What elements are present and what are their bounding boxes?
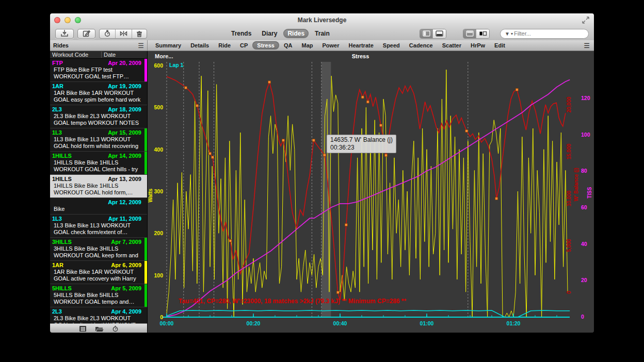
subtab-power[interactable]: Power [317,41,344,50]
calendar-icon[interactable] [79,325,87,332]
ride-list-item[interactable]: 1L3Apr 15, 20091L3 Bike Bike 1L3 WORKOUT… [50,128,147,152]
folder-icon[interactable] [95,325,104,332]
ride-description: 2L3 Bike Bike 2L3 WORKOUT GOAL tempo WOR… [52,113,145,126]
view-tab-trends[interactable]: Trends [227,29,255,38]
ride-list-item[interactable]: FTPApr 20, 2009FTP Bike Bike FTP test WO… [50,59,147,82]
ride-date: Apr 5, 2009 [111,285,145,292]
lowbar-layout-icon [436,30,443,37]
delete-ride-button[interactable] [132,29,147,38]
subtab-bar: Rides ☰ SummaryDetailsRideCPStressQAMapP… [50,40,594,51]
manual-entry-button[interactable] [77,29,95,39]
stopwatch-icon [104,30,111,37]
ride-list[interactable]: FTPApr 20, 2009FTP Bike Bike FTP test WO… [50,59,147,323]
filter-input[interactable] [514,30,571,37]
subtab-ride[interactable]: Ride [214,41,235,50]
svg-text:00:00: 00:00 [160,320,174,326]
stress-chart-svg[interactable]: 00:0000:2000:4001:0001:20010020030040050… [148,51,594,333]
ride-date: Apr 12, 2009 [108,199,145,206]
split-icon [120,30,127,37]
ride-description: 1AR Bike Bike 1AR WORKOUT GOAL active re… [52,269,145,282]
ride-list-item[interactable]: 2L3Apr 18, 20092L3 Bike Bike 2L3 WORKOUT… [50,105,147,128]
subtab-cadence[interactable]: Cadence [405,41,438,50]
svg-text:0: 0 [160,314,163,320]
tooltip-value: 14635.7 W' Balance (j) [330,136,393,144]
sidebar-header: Rides ☰ [50,40,148,51]
view-tab-train[interactable]: Train [311,29,334,38]
column-date[interactable]: Date [104,52,116,58]
title-bar[interactable]: Mark Liversedge [50,13,594,27]
compose-icon [83,30,90,37]
svg-text:300: 300 [154,188,163,194]
svg-text:20: 20 [581,277,587,283]
subtab-edit[interactable]: Edit [490,41,510,50]
subtab-map[interactable]: Map [297,41,317,50]
ride-color-bar [144,261,147,284]
ride-list-item[interactable]: 1HILLSApr 13, 20091HILLS Bike Bike 1HILL… [50,175,147,198]
filter-field[interactable]: ▼ ▾ [500,29,589,39]
subtab-speed[interactable]: Speed [378,41,405,50]
svg-text:500: 500 [154,104,163,110]
column-workout-code[interactable]: Workout Code [50,52,88,58]
svg-text:40: 40 [581,241,587,247]
ride-list-item[interactable]: 1HILLSApr 14, 20091HILLS Bike Bike 1HILL… [50,152,147,175]
ride-list-item[interactable]: 3HILLSApr 7, 20093HILLS Bike Bike 3HILLS… [50,238,147,261]
svg-text:W' Balance (j): W' Balance (j) [573,168,579,201]
svg-text:100: 100 [154,272,163,278]
sidebar-menu-icon[interactable]: ☰ [138,42,144,49]
ride-list-item[interactable]: 5HILLSApr 5, 20095HILLS Bike Bike 5HILLS… [50,284,147,307]
subtab-hrpw[interactable]: HrPw [466,41,490,50]
subtab-stress[interactable]: Stress [252,41,279,50]
tabbed-view-button[interactable] [476,29,489,38]
import-ride-button[interactable] [55,29,74,39]
split-ride-button[interactable] [116,29,132,38]
subtab-cp[interactable]: CP [235,41,252,50]
tiled-view-button[interactable] [463,29,476,38]
toggle-sidebar-button[interactable] [420,29,433,38]
svg-text:10,000: 10,000 [566,190,572,206]
ride-list-item[interactable]: 1ARApr 6, 20091AR Bike Bike 1AR WORKOUT … [50,261,147,284]
tooltip-time: 00:36:23 [330,144,393,152]
svg-text:01:20: 01:20 [507,320,521,326]
filter-dropdown-icon[interactable]: ▾ [511,31,512,36]
ride-list-item[interactable]: 2L3Apr 4, 20092L3 Bike Bike 2L3 WORKOUT … [50,307,147,323]
subtab-details[interactable]: Details [186,41,214,50]
ride-date: Apr 20, 2009 [108,59,145,67]
chart-subtabs: SummaryDetailsRideCPStressQAMapPowerHear… [148,41,584,50]
intervals-footer-icon[interactable] [112,325,119,332]
subtab-summary[interactable]: Summary [151,41,186,50]
svg-text:Watts: Watts [148,188,153,202]
ride-list-item[interactable]: 1L3Apr 11, 20091L3 Bike Bike 1L3 WORKOUT… [50,215,147,238]
svg-text:Lap 1: Lap 1 [169,62,184,68]
view-tab-diary[interactable]: Diary [257,29,281,38]
view-tab-rides[interactable]: Rides [283,29,309,38]
ride-color-bar [144,128,147,151]
toolbar: TrendsDiaryRidesTrain [50,27,594,40]
fullscreen-icon[interactable] [582,16,590,24]
intervals-button[interactable] [100,29,116,38]
ride-description: Bike [52,206,145,212]
svg-text:400: 400 [154,146,163,153]
svg-text:20,000: 20,000 [566,96,572,112]
ride-color-bar [144,152,147,174]
svg-text:01:00: 01:00 [420,320,434,326]
ride-color-bar [144,238,147,260]
svg-text:00:20: 00:20 [247,320,261,326]
ride-description: 5HILLS Bike Bike 5HILLS WORKOUT GOAL tem… [52,292,145,305]
ride-date: Apr 4, 2009 [111,308,145,315]
ride-date: Apr 13, 2009 [108,175,145,183]
ride-list-column-header[interactable]: Workout Code Date [50,51,147,59]
subtab-qa[interactable]: QA [279,41,297,50]
chart-menu-icon[interactable]: ☰ [584,42,590,50]
ride-workout-code: 1L3 [52,215,62,222]
ride-list-item[interactable]: 1ARApr 19, 20091AR Bike Bike 1AR WORKOUT… [50,82,147,105]
download-icon [60,30,69,37]
toggle-lowbar-button[interactable] [433,29,446,38]
ride-list-item[interactable]: Apr 12, 2009Bike [50,198,147,215]
ride-date: Apr 19, 2009 [108,83,145,90]
svg-text:15,000: 15,000 [566,143,572,159]
subtab-heartrate[interactable]: Heartrate [344,41,378,50]
ride-date: Apr 7, 2009 [111,238,145,245]
subtab-scatter[interactable]: Scatter [438,41,466,50]
stress-chart-panel: More... Stress 00:0000:2000:4001:0001:20… [148,51,594,333]
ride-description: 3HILLS Bike Bike 3HILLS WORKOUT GOAL kee… [52,245,145,259]
